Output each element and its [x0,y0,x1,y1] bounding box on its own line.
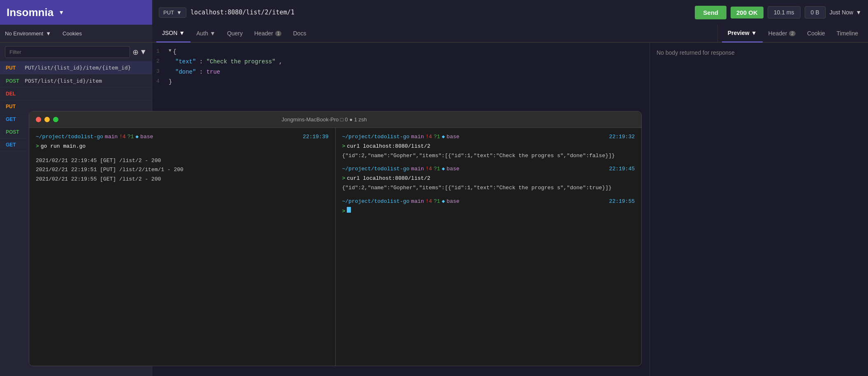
method-selector[interactable]: PUT ▼ [159,7,186,18]
filter-input[interactable] [5,46,130,58]
app-dropdown-arrow[interactable]: ▼ [58,9,64,16]
plus-icon: ⊕ [132,48,139,57]
tab-json-arrow: ▼ [179,30,185,36]
method-get-label: GET [6,116,21,122]
add-arrow-icon: ▼ [139,48,147,56]
collapse-arrow[interactable]: ▼ [169,47,172,55]
endpoint-put-list-item: PUT/list/{list_id}/item/{item_id} [25,65,131,71]
traffic-light-green[interactable] [53,117,58,122]
terminal-body: ~/project/todolist-go main !4 ?1 ◆ base … [29,128,641,366]
terminal-left-pane[interactable]: ~/project/todolist-go main !4 ?1 ◆ base … [29,128,336,366]
terminal-right-cmd-1: > curl localhost:8080/list/2 [342,142,635,151]
tab-auth-arrow: ▼ [210,30,216,37]
method-put-label: PUT [6,65,21,71]
terminal-right-cmd-3: > [342,207,635,216]
terminal-cmd-1: > go run main.go [36,142,329,151]
terminal-prompt-1: ~/project/todolist-go main !4 ?1 ◆ base … [36,133,329,142]
terminal-log-3: 2021/02/21 22:19:55 [GET] /list/2 - 200 [36,175,329,184]
terminal-cursor [347,207,351,213]
terminal-right-output-1: {"id":2,"name":"Gopher","items":[{"id":1… [342,152,635,160]
terminal-right-output-2: {"id":2,"name":"Gopher","items":[{"id":1… [342,184,635,193]
terminal-overlay: ⌥⌘1 Jongmins-MacBook-Pro □ 0 ● 1 zsh ~/p… [29,111,642,366]
response-empty-message: No body returned for response [657,49,735,56]
traffic-light-yellow[interactable] [44,117,50,122]
timestamp-arrow[interactable]: ▼ [856,9,861,16]
method-label: PUT [163,9,174,16]
env-selector[interactable]: No Environment ▼ [5,30,51,37]
editor-line-4: 4 } [152,77,650,87]
response-header-badge: 2 [789,31,796,36]
tabs-row: No Environment ▼ Cookies JSON ▼ Auth ▼ Q… [0,25,868,43]
method-del-label: DEL [6,91,21,97]
terminal-log-2: 2021/02/21 22:19:51 [PUT] /list/2/item/1… [36,166,329,174]
sidebar-item-put-list-item[interactable]: PUT PUT/list/{list_id}/item/{item_id} [0,61,152,74]
terminal-log-1: 2021/02/21 22:19:45 [GET] /list/2 - 200 [36,157,329,165]
method-arrow: ▼ [176,9,182,16]
tab-docs[interactable]: Docs [287,24,312,42]
request-bar: PUT ▼ localhost:8080/list/2/item/1 Send … [152,0,868,25]
terminal-right-pane[interactable]: ~/project/todolist-go main !4 ?1 ◆ base … [336,128,642,366]
sidebar-item-del[interactable]: DEL [0,88,152,100]
method-get2-label: GET [6,142,21,148]
editor-line-1: 1 ▼ { [152,47,650,57]
response-tab-preview[interactable]: Preview ▼ [722,24,763,42]
filter-row: ⊕ ▼ [0,43,152,61]
header-badge: 1 [275,31,282,36]
response-tab-header[interactable]: Header 2 [763,24,801,42]
preview-arrow: ▼ [751,30,757,36]
traffic-light-red[interactable] [36,117,41,122]
status-badge: 200 OK [731,7,764,19]
sidebar-header: Insomnia ▼ [0,0,152,25]
tab-auth[interactable]: Auth ▼ [190,24,221,42]
add-request-button[interactable]: ⊕ ▼ [132,48,147,57]
send-button[interactable]: Send [695,6,726,19]
sidebar-item-post-list-item[interactable]: POST POST/list/{list_id}/item [0,74,152,88]
url-display[interactable]: localhost:8080/list/2/item/1 [190,9,691,16]
terminal-right-cmd-2: > curl localhost:8080/list/2 [342,174,635,183]
terminal-gap [36,152,329,157]
tab-query[interactable]: Query [221,24,248,42]
response-pane: No body returned for response [650,43,868,376]
env-arrow: ▼ [46,30,51,37]
terminal-right-gap-2 [342,193,635,197]
terminal-title: Jongmins-MacBook-Pro □ 0 ● 1 zsh [282,116,367,123]
endpoint-post-list-item: POST/list/{list_id}/item [25,78,102,84]
response-tabs: Preview ▼ Header 2 Cookie Timeline [717,25,868,42]
terminal-right-prompt-3: ~/project/todolist-go main !4 ?1 ◆ base … [342,197,635,206]
response-tab-cookie[interactable]: Cookie [801,24,831,42]
request-tabs: JSON ▼ Auth ▼ Query Header 1 Docs [152,25,717,42]
terminal-right-prompt-1: ~/project/todolist-go main !4 ?1 ◆ base … [342,133,635,142]
method-post2-label: POST [6,129,21,135]
editor-line-3: 3 "done" : true [152,67,650,77]
app-title: Insomnia [7,6,53,19]
terminal-right-gap-1 [342,160,635,165]
sidebar-tabs: No Environment ▼ Cookies [0,25,152,42]
response-tab-timeline[interactable]: Timeline [831,24,864,42]
timestamp-display: Just Now ▼ [830,9,861,16]
response-time-badge: 10.1 ms [768,6,801,19]
method-post-label: POST [6,78,21,84]
method-put2-label: PUT [6,104,21,109]
response-size-badge: 0 B [805,6,826,19]
terminal-right-prompt-2: ~/project/todolist-go main !4 ?1 ◆ base … [342,165,635,174]
tab-json[interactable]: JSON ▼ [156,24,190,42]
editor-line-2: 2 "text" : "Check the progress" , [152,57,650,67]
terminal-titlebar: ⌥⌘1 Jongmins-MacBook-Pro □ 0 ● 1 zsh [29,111,641,128]
tab-header[interactable]: Header 1 [248,24,287,42]
cookies-button[interactable]: Cookies [63,30,82,37]
